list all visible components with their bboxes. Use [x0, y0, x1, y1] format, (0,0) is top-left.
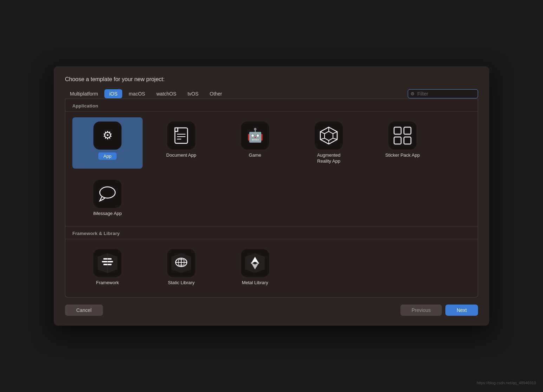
template-item-app[interactable]: ⚙ App	[72, 117, 143, 169]
tab-multiplatform[interactable]: Multiplatform	[65, 89, 103, 99]
template-item-game[interactable]: 🤖 Game	[220, 117, 290, 169]
framework-icon	[93, 249, 122, 277]
game-icon: 🤖	[241, 122, 269, 150]
svg-rect-9	[315, 122, 343, 150]
app-icon: ⚙	[93, 122, 122, 150]
section-header-application: Application	[65, 99, 478, 112]
svg-marker-38	[245, 253, 265, 273]
section-header-framework: Framework & Library	[65, 227, 478, 239]
next-button[interactable]: Next	[445, 305, 478, 316]
metal-library-label: Metal Library	[242, 280, 268, 286]
document-app-icon	[167, 122, 195, 150]
tabs-row: Multiplatform iOS macOS watchOS tvOS Oth…	[65, 89, 478, 99]
framework-grid: Framework Static Library	[65, 239, 478, 297]
document-app-label: Document App	[166, 152, 196, 158]
tab-ios[interactable]: iOS	[104, 89, 122, 98]
svg-rect-2	[167, 122, 195, 150]
application-grid-row2: iMessage App	[65, 176, 478, 227]
content-area: Application ⚙ App	[65, 99, 478, 298]
template-item-imessage[interactable]: iMessage App	[72, 176, 143, 221]
filter-wrap: ⊜	[408, 89, 478, 98]
static-library-label: Static Library	[168, 280, 195, 286]
game-label: Game	[249, 152, 261, 158]
template-item-metal-library[interactable]: Metal Library	[220, 245, 290, 290]
imessage-label: iMessage App	[93, 211, 122, 217]
tab-other[interactable]: Other	[205, 89, 227, 99]
footer: Cancel Previous Next	[65, 305, 478, 316]
new-project-dialog: Choose a template for your new project: …	[54, 66, 489, 326]
svg-text:⚙: ⚙	[103, 129, 113, 142]
static-library-icon	[167, 249, 195, 277]
app-label: App	[98, 152, 116, 160]
footer-right: Previous Next	[400, 305, 478, 316]
tab-tvos[interactable]: tvOS	[183, 89, 203, 99]
template-item-sticker-pack[interactable]: Sticker Pack App	[367, 117, 438, 169]
svg-text:🤖: 🤖	[247, 127, 264, 143]
template-item-framework[interactable]: Framework	[72, 245, 143, 290]
tab-watchos[interactable]: watchOS	[151, 89, 181, 99]
filter-input[interactable]	[408, 89, 478, 98]
svg-rect-18	[388, 122, 417, 150]
framework-label: Framework	[96, 280, 119, 286]
template-item-ar-app[interactable]: AugmentedReality App	[294, 117, 364, 169]
imessage-icon	[93, 180, 122, 208]
metal-library-icon	[241, 249, 269, 277]
filter-icon: ⊜	[411, 91, 414, 96]
svg-rect-23	[93, 180, 122, 208]
watermark: https://blog.csdn.net/qq_48946910	[477, 381, 536, 385]
template-item-static-library[interactable]: Static Library	[146, 245, 216, 290]
application-grid: ⚙ App Docum	[65, 112, 478, 176]
sticker-pack-label: Sticker Pack App	[385, 152, 420, 158]
dialog-title: Choose a template for your new project:	[65, 76, 478, 83]
tab-macos[interactable]: macOS	[124, 89, 150, 99]
template-item-document-app[interactable]: Document App	[146, 117, 216, 169]
previous-button[interactable]: Previous	[400, 305, 442, 316]
ar-app-label: AugmentedReality App	[317, 152, 341, 164]
ar-app-icon	[315, 122, 343, 150]
sticker-pack-icon	[388, 122, 417, 150]
cancel-button[interactable]: Cancel	[65, 305, 103, 316]
